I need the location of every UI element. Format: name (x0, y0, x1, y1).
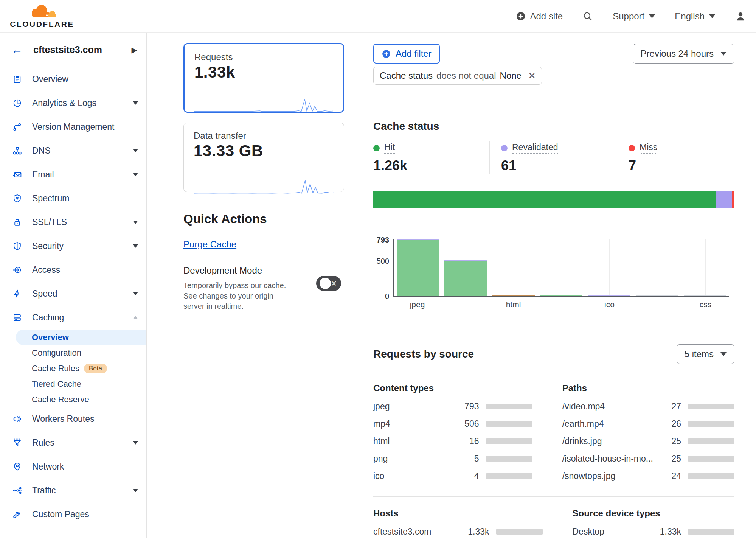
x-axis-label: ico (585, 300, 633, 309)
sidebar-subitem-cache-reserve[interactable]: Cache Reserve (0, 392, 146, 407)
cloudflare-logo[interactable]: CLOUDFLARE (10, 3, 74, 29)
cache-status-title: Cache status (373, 120, 734, 132)
sidebar-item-caching[interactable]: Caching (0, 306, 146, 330)
chart-bar-html (489, 239, 537, 296)
sidebar-subitem-configuration[interactable]: Configuration (0, 345, 146, 361)
chart-bar-stack (588, 295, 630, 296)
data-transfer-value: 13.33 GB (194, 142, 334, 160)
sidebar: ← cftestsite3.com ▶ Overview Analytics &… (0, 33, 147, 538)
chevron-down-icon (709, 14, 715, 18)
chevron-down-icon (720, 52, 727, 56)
filter-chip-cache-status: Cache status does not equal None ✕ (373, 67, 542, 85)
development-mode-toggle[interactable]: ✕ (316, 276, 341, 291)
cache-bar-chart-bars (394, 239, 729, 296)
sidebar-item-spectrum[interactable]: Spectrum (0, 187, 146, 210)
table-row: ico 4 (373, 471, 532, 480)
y-axis: 793 500 0 (373, 239, 393, 297)
chart-bar-stack (444, 260, 487, 296)
miss-value: 7 (629, 158, 734, 174)
source-device-types-table: Source device types Desktop 1.33k (554, 508, 735, 536)
revalidated-value: 61 (501, 158, 617, 174)
bar-track (486, 456, 532, 462)
caching-server-icon (12, 313, 22, 322)
sidebar-item-rules[interactable]: Rules (0, 431, 146, 455)
purge-cache-link[interactable]: Purge Cache (183, 239, 236, 250)
wrench-icon (12, 510, 22, 519)
items-count-select[interactable]: 5 items (677, 344, 734, 364)
language-menu[interactable]: English (675, 11, 715, 22)
dns-tree-icon (12, 146, 22, 155)
sidebar-item-security[interactable]: Security (0, 234, 146, 258)
table-row: cftestsite3.com 1.33k (373, 527, 543, 536)
sidebar-item-version-management[interactable]: Version Management (0, 115, 146, 139)
chart-segment-green (444, 261, 487, 296)
chevron-down-icon (133, 101, 138, 105)
sidebar-item-overview[interactable]: Overview (0, 67, 146, 91)
sidebar-item-network[interactable]: Network (0, 455, 146, 479)
requests-metric-card[interactable]: Requests 1.33k (183, 43, 344, 113)
chevron-up-icon (133, 316, 138, 319)
hit-dot-icon (373, 145, 380, 151)
stacked-segment-revalidated (716, 191, 732, 208)
bar-track (688, 404, 734, 409)
data-transfer-sparkline (194, 178, 334, 195)
chevron-down-icon (133, 489, 138, 492)
table-row: /earth.mp4 26 (562, 419, 734, 428)
chart-segment-tan (492, 295, 535, 296)
divider (183, 255, 344, 255)
divider (183, 317, 344, 317)
chart-bar-png (537, 239, 585, 296)
spectrum-shield-icon (12, 194, 22, 203)
requests-sparkline (194, 96, 333, 113)
lightning-icon (12, 289, 22, 299)
add-site-button[interactable]: Add site (516, 11, 563, 22)
stacked-segment-hit (373, 191, 716, 208)
bar-track (486, 421, 532, 427)
traffic-share-icon (12, 486, 22, 495)
sidebar-subitem-tiered-cache[interactable]: Tiered Cache (0, 376, 146, 392)
support-menu[interactable]: Support (613, 11, 655, 22)
x-axis-label (633, 300, 681, 309)
revalidated-dot-icon (501, 145, 508, 151)
stacked-segment-miss (732, 191, 734, 208)
table-row: /snowtops.jpg 24 (562, 471, 734, 480)
sidebar-item-workers-routes[interactable]: Workers Routes (0, 407, 146, 431)
sidebar-item-ssl-tls[interactable]: SSL/TLS (0, 210, 146, 234)
legend-hit: Hit 1.26k (373, 141, 489, 174)
data-transfer-label: Data transfer (194, 131, 334, 141)
sidebar-item-access[interactable]: Access (0, 258, 146, 282)
sidebar-subitem-caching-overview[interactable]: Overview (16, 330, 146, 345)
add-filter-button[interactable]: Add filter (373, 44, 440, 64)
close-icon[interactable]: ✕ (528, 71, 536, 81)
development-mode-title: Development Mode (183, 265, 344, 276)
sidebar-item-custom-pages[interactable]: Custom Pages (0, 502, 146, 526)
cloudflare-cloud-icon (20, 3, 64, 19)
sidebar-item-speed[interactable]: Speed (0, 282, 146, 306)
data-transfer-metric-card[interactable]: Data transfer 13.33 GB (183, 123, 344, 192)
user-avatar-icon[interactable] (735, 11, 746, 22)
hosts-table: Hosts cftestsite3.com 1.33k (373, 508, 554, 536)
table-row: Desktop 1.33k (573, 527, 735, 536)
sidebar-item-traffic[interactable]: Traffic (0, 479, 146, 502)
bar-track (688, 421, 734, 427)
table-row: /isolated-house-in-mo... 25 (562, 454, 734, 463)
x-axis-label: css (681, 300, 729, 309)
sidebar-item-email[interactable]: Email (0, 163, 146, 187)
sidebar-item-analytics-logs[interactable]: Analytics & Logs (0, 91, 146, 115)
chevron-right-icon[interactable]: ▶ (132, 45, 137, 54)
time-range-select[interactable]: Previous 24 hours (633, 44, 734, 64)
chevron-down-icon (649, 14, 655, 18)
add-site-label: Add site (530, 11, 563, 22)
sidebar-item-dns[interactable]: DNS (0, 139, 146, 163)
chart-bar-stack (636, 295, 678, 296)
sidebar-subitem-cache-rules[interactable]: Cache Rules Beta (0, 361, 146, 376)
top-header: CLOUDFLARE Add site Support English (0, 0, 756, 32)
chart-segment-green (540, 295, 583, 296)
cache-status-bar-chart: 793 500 0 (373, 239, 734, 297)
analytics-main: Add filter Previous 24 hours Cache statu… (355, 33, 756, 538)
table-row: /video.mp4 27 (562, 402, 734, 411)
back-arrow-icon[interactable]: ← (11, 44, 23, 56)
bar-track (486, 473, 532, 479)
search-icon[interactable] (582, 11, 593, 22)
requests-label: Requests (194, 52, 333, 62)
